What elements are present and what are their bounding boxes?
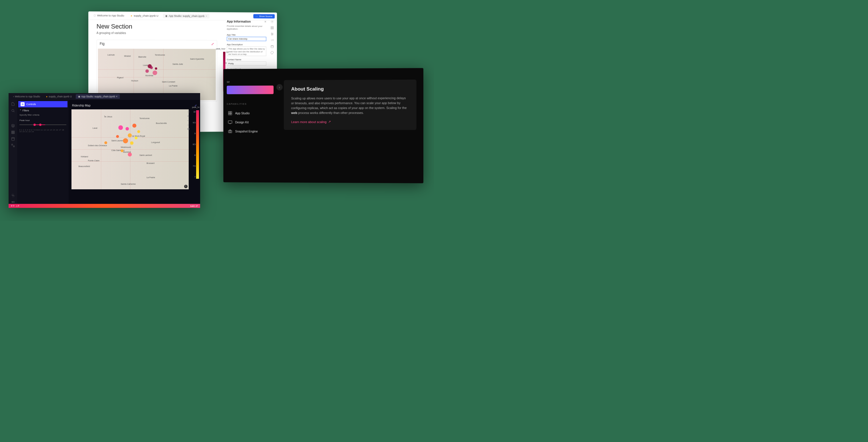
city-label: Île Jésus: [104, 116, 112, 117]
city-label: Laval: [143, 64, 148, 66]
tab-appstudio[interactable]: ◉ App Studio: supply_chain.ipynb ×: [76, 94, 120, 99]
app-icon: ◉: [165, 14, 167, 18]
city-label: Saint-Laurent: [111, 140, 123, 142]
about-scaling-window: se CAPABILITIES App Studio Design Kit Sn…: [223, 68, 424, 183]
tab-notebook[interactable]: ▸ supply_chain.ipynb U: [44, 94, 74, 99]
layers-icon[interactable]: [11, 124, 15, 128]
controls-sidebar: ⊞ Controls ⌃ Filters Specify filter crit…: [17, 100, 69, 204]
info-icon[interactable]: i: [184, 185, 188, 188]
camera-icon[interactable]: ◉: [187, 127, 190, 130]
checklist-icon[interactable]: [271, 39, 274, 42]
theme-icon[interactable]: [11, 200, 15, 204]
app-title-input[interactable]: [227, 37, 266, 41]
grid-icon[interactable]: [271, 26, 274, 29]
tab-label: supply_chain.ipynb U: [134, 14, 158, 18]
city-label: Saint-Constant: [162, 81, 175, 83]
notebook-icon: ▸: [131, 14, 133, 17]
figure-title: Fig: [100, 42, 105, 46]
left-icon-rail: [8, 100, 17, 204]
svg-point-17: [12, 109, 14, 112]
home-icon[interactable]: ⌂: [187, 123, 190, 126]
svg-rect-20: [11, 144, 12, 145]
app-description-input[interactable]: This app allows you to filter the data b…: [227, 46, 266, 56]
expand-icon[interactable]: ⤢: [211, 42, 214, 46]
chevron-up-icon: ⌃: [20, 109, 22, 112]
palette-icon[interactable]: [271, 51, 274, 55]
map-light[interactable]: Lachute Mirabel Blainville Terrebonne La…: [98, 48, 216, 101]
extension-icon[interactable]: [11, 144, 15, 147]
tab-label: App Studio: supply_chain.ipynb: [169, 14, 205, 18]
tab-notebook[interactable]: ▸ supply_chain.ipynb U: [129, 13, 160, 18]
city-label: Laval: [93, 127, 97, 129]
svg-rect-14: [228, 121, 232, 123]
city-label: La Prairie: [169, 85, 178, 87]
about-title: About Scaling: [291, 86, 409, 92]
svg-rect-11: [230, 111, 231, 113]
map-toolbar: ⬚ + − ⌂ ◉: [187, 110, 190, 130]
about-sidebar: se CAPABILITIES App Studio Design Kit Sn…: [223, 69, 277, 182]
sidebar-item-snapshot-engine[interactable]: Snapshot Engine: [227, 127, 274, 136]
notebook-icon: ▸: [46, 95, 48, 98]
peak-hour-slider[interactable]: [20, 123, 66, 129]
city-label: Mirabel: [124, 55, 131, 57]
about-body: Scaling up allows more users to use your…: [291, 96, 409, 115]
city-label: Kirkland: [81, 156, 88, 158]
svg-rect-21: [13, 146, 14, 147]
download-icon[interactable]: ⬚: [187, 110, 190, 113]
database-icon[interactable]: [11, 137, 15, 141]
controls-label: Controls: [26, 103, 36, 106]
collapse-sidebar-button[interactable]: ‹: [276, 84, 283, 91]
zoom-out-icon[interactable]: −: [187, 119, 190, 122]
calendar-icon[interactable]: [271, 45, 274, 48]
svg-rect-9: [271, 45, 274, 48]
city-label: Rigaud: [117, 76, 123, 78]
file-icon[interactable]: [11, 102, 15, 106]
svg-rect-4: [271, 28, 272, 29]
sidebar-item-design-kit[interactable]: Design Kit: [227, 117, 274, 127]
tab-label: supply_chain.ipynb U: [49, 95, 72, 98]
city-label: Boucherville: [156, 122, 167, 124]
learn-more-link[interactable]: Learn more about scaling ↗: [291, 120, 409, 124]
sidebar-item-app-studio[interactable]: App Studio: [227, 108, 274, 117]
svg-point-8: [272, 35, 272, 35]
city-label: Westmount: [121, 146, 131, 148]
gear-icon[interactable]: [271, 20, 274, 24]
svg-point-22: [12, 195, 13, 196]
warning-icon[interactable]: ⊘ 0: [11, 205, 14, 207]
error-icon[interactable]: △ 0: [16, 205, 19, 207]
show-source-button[interactable]: Show Source: [254, 14, 275, 18]
svg-point-24: [13, 201, 14, 202]
contact-name-input[interactable]: [227, 61, 266, 66]
tab-label: Welcome to App Studio: [15, 95, 40, 98]
close-icon[interactable]: ×: [116, 95, 118, 98]
zoom-in-icon[interactable]: +: [187, 114, 190, 117]
city-label: Beaconsfield: [79, 165, 90, 167]
legend-tick: 10: [193, 111, 195, 113]
svg-rect-12: [228, 113, 230, 115]
legend-tick: 8: [194, 154, 195, 156]
ridership-map[interactable]: Île Jésus Laval Montréal Longueuil Bross…: [71, 109, 189, 189]
svg-rect-3: [273, 27, 273, 27]
filters-header[interactable]: ⌃ Filters: [20, 109, 66, 112]
tab-label: App Studio: supply_chain.ipynb: [81, 95, 115, 98]
city-label: Blainville: [138, 56, 146, 58]
controls-header: ⊞ Controls: [18, 101, 67, 107]
arrow-icon: ↗: [328, 120, 331, 124]
panel-subtitle: Provide essential details about your app…: [227, 25, 266, 31]
tab-welcome[interactable]: Welcome to App Studio: [91, 13, 126, 18]
tab-appstudio[interactable]: ◉ App Studio: supply_chain.ipynb ×: [163, 14, 210, 19]
legend-title: peak_hc: [192, 106, 199, 108]
search-icon[interactable]: [11, 109, 15, 112]
sliders-icon[interactable]: [271, 32, 274, 36]
legend-tick: 9.5: [193, 122, 195, 124]
tab-bar: Welcome to App Studio ▸ supply_chain.ipy…: [88, 11, 277, 21]
close-icon[interactable]: ×: [206, 14, 207, 18]
table-icon[interactable]: [11, 131, 15, 134]
tab-welcome[interactable]: ▫ Welcome to App Studio: [11, 94, 42, 99]
sidebar-item-label: Design Kit: [235, 121, 249, 124]
gear-icon[interactable]: [11, 194, 15, 197]
doc-icon: [93, 14, 96, 16]
close-icon[interactable]: ×: [265, 20, 266, 24]
svg-rect-10: [228, 111, 230, 113]
svg-point-16: [229, 131, 231, 132]
